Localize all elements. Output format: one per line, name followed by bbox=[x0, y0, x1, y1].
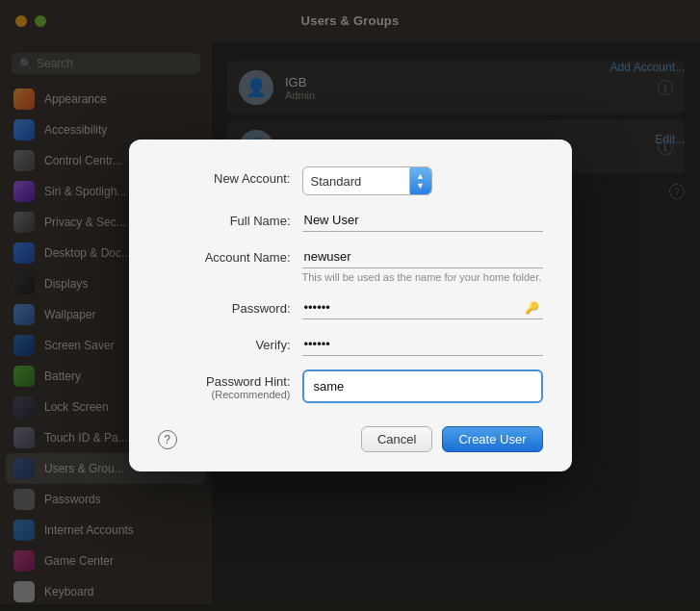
cancel-button[interactable]: Cancel bbox=[361, 426, 432, 452]
account-name-hint: This will be used as the name for your h… bbox=[302, 271, 543, 283]
help-button[interactable]: ? bbox=[158, 430, 177, 449]
password-hint-field bbox=[302, 369, 543, 403]
account-type-select-container[interactable]: Standard Administrator ▲▼ bbox=[302, 166, 432, 195]
verify-label: Verify: bbox=[158, 333, 302, 352]
key-icon: 🔑 bbox=[525, 301, 539, 315]
dialog-footer: ? Cancel Create User bbox=[158, 422, 543, 452]
full-name-field bbox=[302, 209, 543, 232]
password-hint-label: Password Hint: (Recommended) bbox=[158, 369, 302, 400]
modal-overlay: New Account: Standard Administrator ▲▼ F… bbox=[0, 0, 700, 611]
password-wrapper: 🔑 bbox=[302, 296, 543, 319]
select-arrow-icon[interactable]: ▲▼ bbox=[410, 167, 431, 194]
password-hint-input[interactable] bbox=[302, 369, 543, 403]
full-name-label: Full Name: bbox=[158, 209, 302, 228]
new-account-label: New Account: bbox=[158, 166, 302, 186]
password-row: Password: 🔑 bbox=[158, 296, 543, 319]
account-name-field: This will be used as the name for your h… bbox=[302, 245, 543, 283]
password-input[interactable] bbox=[302, 296, 543, 319]
full-name-row: Full Name: bbox=[158, 209, 543, 232]
password-label: Password: bbox=[158, 296, 302, 316]
new-account-row: New Account: Standard Administrator ▲▼ bbox=[158, 166, 543, 195]
account-name-label: Account Name: bbox=[158, 245, 302, 265]
account-name-row: Account Name: This will be used as the n… bbox=[158, 245, 543, 283]
account-type-field: Standard Administrator ▲▼ bbox=[302, 166, 543, 195]
account-type-select[interactable]: Standard Administrator bbox=[303, 170, 409, 192]
create-user-dialog: New Account: Standard Administrator ▲▼ F… bbox=[129, 140, 572, 471]
verify-row: Verify: bbox=[158, 333, 543, 356]
password-hint-sublabel: (Recommended) bbox=[158, 389, 291, 400]
full-name-input[interactable] bbox=[302, 209, 543, 232]
password-field: 🔑 bbox=[302, 296, 543, 319]
footer-buttons: Cancel Create User bbox=[361, 426, 543, 452]
account-name-input[interactable] bbox=[302, 245, 543, 268]
password-hint-row: Password Hint: (Recommended) bbox=[158, 369, 543, 403]
create-user-button[interactable]: Create User bbox=[442, 426, 542, 452]
verify-field bbox=[302, 333, 543, 356]
verify-input[interactable] bbox=[302, 333, 543, 356]
